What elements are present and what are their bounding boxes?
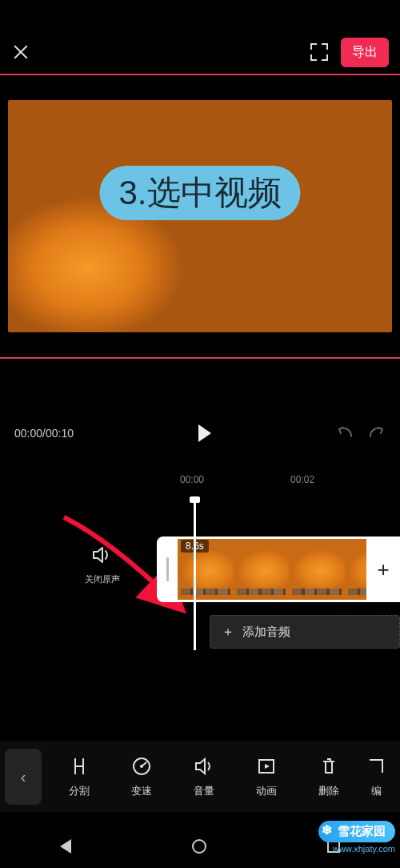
watermark-url: www.xhjaty.com — [333, 844, 395, 854]
ruler-tick: 00:02 — [290, 474, 314, 485]
svg-point-1 — [140, 765, 143, 768]
top-bar: 导出 — [0, 30, 400, 75]
tool-animation[interactable]: 动画 — [235, 755, 298, 798]
preview-frame: 3.选中视频 — [8, 100, 392, 332]
add-audio-button[interactable]: ＋ 添加音频 — [210, 615, 400, 649]
redo-icon[interactable] — [368, 424, 386, 443]
tool-label: 音量 — [173, 784, 235, 798]
tool-split[interactable]: 分割 — [48, 755, 110, 798]
add-audio-label: 添加音频 — [242, 625, 290, 640]
watermark: 雪花家园 www.xhjaty.com — [314, 819, 400, 855]
play-button[interactable] — [82, 424, 328, 442]
toolbar-back-button[interactable]: ‹ — [5, 749, 42, 805]
status-bar — [0, 0, 400, 30]
undo-icon[interactable] — [336, 424, 354, 443]
clip-thumbnail — [289, 539, 345, 600]
time-display: 00:00/00:10 — [14, 427, 74, 440]
tool-delete[interactable]: 删除 — [298, 755, 360, 798]
nav-back-icon[interactable] — [60, 839, 71, 854]
video-preview[interactable]: 3.选中视频 — [0, 75, 400, 359]
tool-label: 编 — [360, 784, 392, 798]
tool-volume[interactable]: 音量 — [173, 755, 235, 798]
play-icon — [198, 424, 211, 442]
mute-label: 关闭原声 — [85, 573, 120, 585]
fullscreen-icon[interactable] — [310, 43, 328, 61]
tool-label: 变速 — [110, 784, 173, 798]
tool-label: 删除 — [298, 784, 360, 798]
tool-speed[interactable]: 变速 — [110, 755, 173, 798]
tool-edit[interactable]: 编 — [360, 755, 392, 798]
plus-icon: ＋ — [222, 624, 234, 641]
clip-thumbnail — [234, 539, 290, 600]
timeline[interactable]: 关闭原声 8.6s + ＋ 添加音频 — [0, 527, 400, 663]
export-button[interactable]: 导出 — [341, 38, 389, 67]
tool-label: 动画 — [235, 784, 298, 798]
playhead[interactable] — [194, 498, 196, 650]
nav-home-icon[interactable] — [192, 839, 206, 854]
caption-overlay: 3.选中视频 — [99, 166, 300, 220]
tool-label: 分割 — [48, 784, 110, 798]
watermark-name: 雪花家园 — [318, 821, 395, 842]
clip-trim-handle-left[interactable] — [157, 536, 178, 602]
playback-bar: 00:00/00:10 — [0, 397, 400, 469]
timeline-ruler[interactable]: 00:00 00:02 — [0, 469, 400, 490]
speaker-icon — [85, 546, 120, 569]
add-clip-button[interactable]: + — [366, 536, 400, 602]
close-icon[interactable] — [11, 42, 30, 62]
ruler-tick: 00:00 — [180, 474, 204, 485]
edit-toolbar: ‹ 分割 变速 音量 动画 删除 编 — [0, 741, 400, 812]
mute-original-sound[interactable]: 关闭原声 — [85, 546, 120, 585]
